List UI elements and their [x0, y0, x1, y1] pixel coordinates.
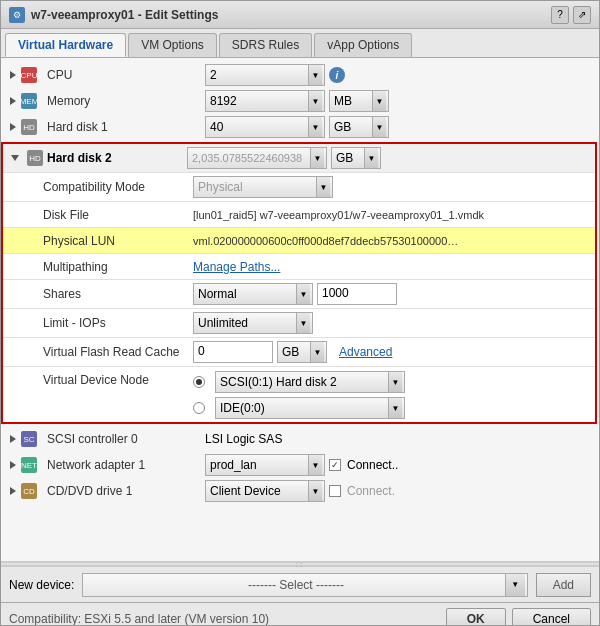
cd-dropdown-arrow[interactable]: ▼ [308, 481, 322, 501]
limit-iops-label: Limit - IOPs [43, 316, 193, 330]
hd2-icon: HD [27, 150, 43, 166]
cd-value-select[interactable]: Client Device ▼ [205, 480, 325, 502]
cpu-control: 2 ▼ i [205, 64, 595, 86]
memory-expand[interactable] [5, 97, 21, 105]
cpu-info-icon[interactable]: i [329, 67, 345, 83]
vfrc-unit-arrow[interactable]: ▼ [310, 342, 324, 362]
hd2-unit-arrow[interactable]: ▼ [364, 148, 378, 168]
cd-connect-checkbox[interactable] [329, 485, 341, 497]
cpu-icon: CPU [21, 67, 37, 83]
ok-button[interactable]: OK [446, 608, 506, 627]
scsi-controller-row: SC SCSI controller 0 LSI Logic SAS [1, 426, 599, 452]
network-adapter-row: NET Network adapter 1 prod_lan ▼ Connect… [1, 452, 599, 478]
net-expand[interactable] [5, 461, 21, 469]
tab-vm-options[interactable]: VM Options [128, 33, 217, 57]
hd1-unit-select[interactable]: GB ▼ [329, 116, 389, 138]
compatibility-dropdown-arrow[interactable]: ▼ [316, 177, 330, 197]
tab-sdrs-rules[interactable]: SDRS Rules [219, 33, 312, 57]
limit-iops-dropdown-arrow[interactable]: ▼ [296, 313, 310, 333]
shares-dropdown-arrow[interactable]: ▼ [296, 284, 310, 304]
cpu-expand[interactable] [5, 71, 21, 79]
net-connect-checkbox[interactable] [329, 459, 341, 471]
hd1-unit: GB [334, 120, 368, 134]
vdn-ide-select[interactable]: IDE(0:0) ▼ [215, 397, 405, 419]
hd2-header: HD Hard disk 2 2,035.0785522460938 ▼ GB … [3, 144, 595, 172]
hard-disk-1-row: HD Hard disk 1 40 ▼ GB ▼ [1, 114, 599, 140]
compatibility-mode-row: Compatibility Mode Physical ▼ [3, 172, 595, 201]
cpu-label: CPU [45, 68, 205, 82]
net-value-select[interactable]: prod_lan ▼ [205, 454, 325, 476]
cpu-row: CPU CPU 2 ▼ i [1, 62, 599, 88]
cancel-button[interactable]: Cancel [512, 608, 591, 627]
vdn-row: Virtual Device Node SCSI(0:1) Hard disk … [3, 366, 595, 422]
manage-paths-link[interactable]: Manage Paths... [193, 260, 280, 274]
vdn-scsi-value: SCSI(0:1) Hard disk 2 [220, 375, 384, 389]
physical-lun-control: vml.020000000600c0ff000d8ef7ddecb5753010… [193, 235, 587, 247]
cd-label: CD/DVD drive 1 [45, 484, 205, 498]
net-connect-label: Connect.. [347, 458, 398, 472]
net-control: prod_lan ▼ Connect.. [205, 454, 595, 476]
popout-button[interactable]: ⇗ [573, 6, 591, 24]
physical-lun-row: Physical LUN vml.020000000600c0ff000d8ef… [3, 227, 595, 253]
hd2-unit-select[interactable]: GB ▼ [331, 147, 381, 169]
hd2-expand[interactable] [7, 155, 23, 161]
memory-value-select[interactable]: 8192 ▼ [205, 90, 325, 112]
content-area[interactable]: CPU CPU 2 ▼ i MEM Memory 8192 ▼ MB [1, 58, 599, 562]
hd2-value-select[interactable]: 2,035.0785522460938 ▼ [187, 147, 327, 169]
new-device-dropdown-arrow[interactable]: ▼ [505, 574, 525, 596]
vdn-scsi-select[interactable]: SCSI(0:1) Hard disk 2 ▼ [215, 371, 405, 393]
bottom-bar: New device: ------- Select ------- ▼ Add [1, 566, 599, 602]
scsi-expand[interactable] [5, 435, 21, 443]
shares-select[interactable]: Normal ▼ [193, 283, 313, 305]
vdn-scsi-arrow[interactable]: ▼ [388, 372, 402, 392]
vfrc-input[interactable]: 0 [193, 341, 273, 363]
vdn-control: SCSI(0:1) Hard disk 2 ▼ IDE(0:0) ▼ [193, 371, 405, 419]
vdn-ide-arrow[interactable]: ▼ [388, 398, 402, 418]
hd1-dropdown-arrow[interactable]: ▼ [308, 117, 322, 137]
hd2-header-controls: 2,035.0785522460938 ▼ GB ▼ [187, 147, 381, 169]
help-button[interactable]: ? [551, 6, 569, 24]
memory-unit-arrow[interactable]: ▼ [372, 91, 386, 111]
cpu-value: 2 [210, 68, 304, 82]
cpu-dropdown-arrow[interactable]: ▼ [308, 65, 322, 85]
hd1-unit-arrow[interactable]: ▼ [372, 117, 386, 137]
multipathing-control: Manage Paths... [193, 260, 587, 274]
hd1-label: Hard disk 1 [45, 120, 205, 134]
shares-row: Shares Normal ▼ 1000 [3, 279, 595, 308]
cpu-value-select[interactable]: 2 ▼ [205, 64, 325, 86]
hd1-expand[interactable] [5, 123, 21, 131]
shares-input[interactable]: 1000 [317, 283, 397, 305]
cd-expand[interactable] [5, 487, 21, 495]
scsi-control: LSI Logic SAS [205, 432, 595, 446]
hd1-value: 40 [210, 120, 304, 134]
memory-row: MEM Memory 8192 ▼ MB ▼ [1, 88, 599, 114]
compatibility-mode-select[interactable]: Physical ▼ [193, 176, 333, 198]
add-device-button[interactable]: Add [536, 573, 591, 597]
new-device-select-wrapper[interactable]: ------- Select ------- ▼ [82, 573, 527, 597]
vfrc-advanced-link[interactable]: Advanced [339, 345, 392, 359]
vfrc-row: Virtual Flash Read Cache 0 GB ▼ Advanced [3, 337, 595, 366]
limit-iops-value: Unlimited [198, 316, 292, 330]
scsi-icon: SC [21, 431, 37, 447]
physical-lun-value: vml.020000000600c0ff000d8ef7ddecb5753010… [193, 235, 463, 247]
vdn-ide-radio[interactable] [193, 402, 205, 414]
hd2-dropdown-arrow[interactable]: ▼ [310, 148, 324, 168]
vdn-scsi-radio[interactable] [193, 376, 205, 388]
tab-vapp-options[interactable]: vApp Options [314, 33, 412, 57]
limit-iops-row: Limit - IOPs Unlimited ▼ [3, 308, 595, 337]
limit-iops-select[interactable]: Unlimited ▼ [193, 312, 313, 334]
net-dropdown-arrow[interactable]: ▼ [308, 455, 322, 475]
cd-select-value: Client Device [210, 484, 304, 498]
memory-control: 8192 ▼ MB ▼ [205, 90, 595, 112]
memory-label: Memory [45, 94, 205, 108]
memory-unit-select[interactable]: MB ▼ [329, 90, 389, 112]
hd1-value-select[interactable]: 40 ▼ [205, 116, 325, 138]
memory-dropdown-arrow[interactable]: ▼ [308, 91, 322, 111]
vfrc-control: 0 GB ▼ Advanced [193, 341, 587, 363]
vfrc-unit-select[interactable]: GB ▼ [277, 341, 327, 363]
tab-virtual-hardware[interactable]: Virtual Hardware [5, 33, 126, 57]
memory-unit: MB [334, 94, 368, 108]
compatibility-mode-control: Physical ▼ [193, 176, 587, 198]
shares-control: Normal ▼ 1000 [193, 283, 587, 305]
hd1-control: 40 ▼ GB ▼ [205, 116, 595, 138]
